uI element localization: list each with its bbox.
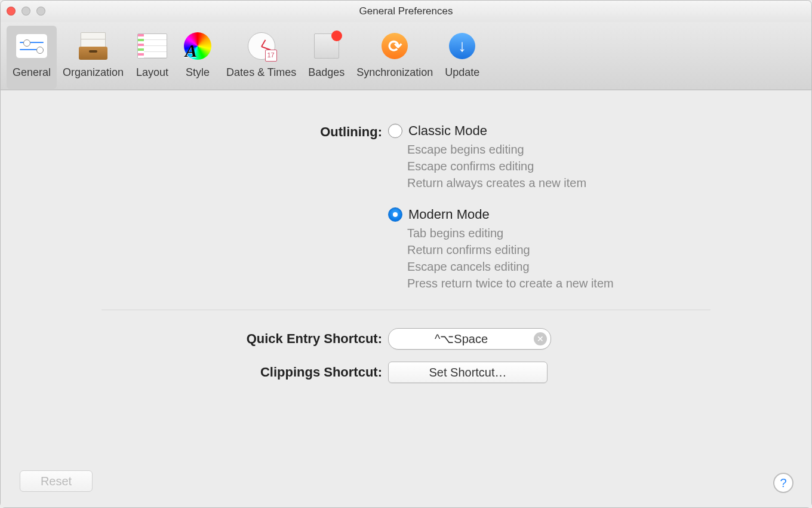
classic-desc-3: Return always creates a new item: [407, 175, 728, 191]
quick-entry-label: Quick Entry Shortcut:: [84, 331, 388, 347]
window-title: General Preferences: [1, 1, 811, 22]
radio-icon: [388, 124, 402, 138]
sync-icon: ⟳: [378, 29, 411, 63]
preferences-window: General Preferences General Organization…: [0, 0, 812, 508]
drawer-icon: [76, 29, 110, 63]
radio-modern-mode[interactable]: Modern Mode: [388, 207, 728, 222]
modern-desc-1: Tab begins editing: [407, 225, 728, 241]
tab-update[interactable]: ↓ Update: [439, 26, 485, 89]
modern-desc-2: Return confirms editing: [407, 241, 728, 258]
classic-desc-1: Escape begins editing: [407, 141, 728, 158]
modern-desc-4: Press return twice to create a new item: [407, 275, 728, 292]
badges-icon: [310, 29, 343, 63]
radio-icon: [388, 207, 402, 222]
tab-layout[interactable]: Layout: [130, 26, 175, 89]
clock-icon: 17: [245, 29, 278, 63]
sliders-icon: [15, 29, 48, 63]
radio-classic-mode[interactable]: Classic Mode: [388, 123, 728, 139]
tab-badges[interactable]: Badges: [302, 26, 350, 89]
content-pane: Outlining: Classic Mode Escape begins ed…: [1, 90, 811, 507]
layout-icon: [136, 29, 169, 63]
style-icon: A: [181, 29, 214, 63]
download-icon: ↓: [445, 29, 479, 63]
clear-shortcut-icon[interactable]: ✕: [534, 332, 547, 345]
tab-synchronization[interactable]: ⟳ Synchronization: [350, 26, 439, 89]
outlining-label: Outlining:: [84, 123, 388, 140]
separator: [102, 310, 710, 310]
modern-desc-3: Escape cancels editing: [407, 258, 728, 275]
toolbar: General Organization Layout A Style 17 D…: [1, 22, 811, 90]
classic-desc-2: Escape confirms editing: [407, 158, 728, 175]
reset-button[interactable]: Reset: [20, 470, 93, 492]
tab-organization[interactable]: Organization: [57, 26, 130, 89]
set-clippings-shortcut-button[interactable]: Set Shortcut…: [388, 362, 548, 383]
help-button[interactable]: ?: [773, 473, 793, 493]
tab-dates-times[interactable]: 17 Dates & Times: [220, 26, 302, 89]
quick-entry-shortcut-field[interactable]: ^⌥Space ✕: [388, 328, 551, 350]
titlebar: General Preferences: [1, 1, 811, 22]
clippings-label: Clippings Shortcut:: [84, 365, 388, 380]
tab-general[interactable]: General: [7, 26, 57, 89]
tab-style[interactable]: A Style: [175, 26, 220, 89]
